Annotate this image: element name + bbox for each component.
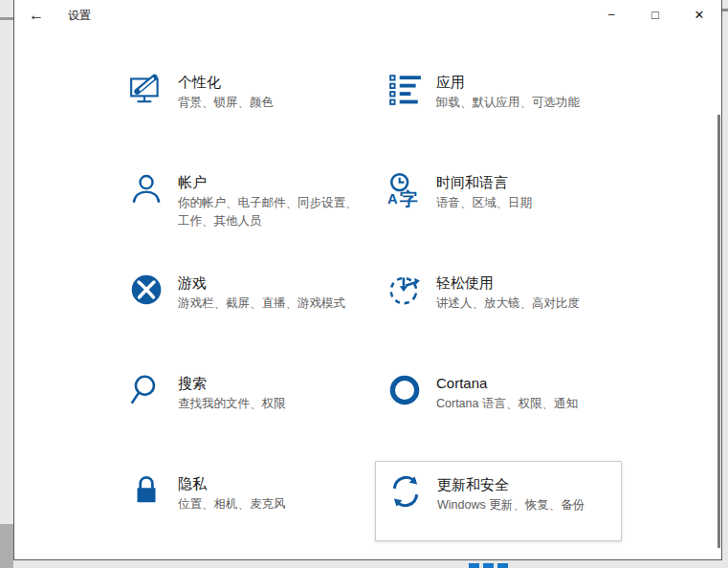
apps-list-icon bbox=[375, 59, 436, 140]
settings-tile-time-language[interactable]: A 字 时间和语言 语音、区域、日期 bbox=[375, 160, 622, 240]
person-icon bbox=[117, 160, 178, 240]
background-window-fragment bbox=[722, 9, 728, 11]
tile-subtitle: 游戏栏、截屏、直播、游戏模式 bbox=[178, 295, 364, 313]
tile-subtitle: 卸载、默认应用、可选功能 bbox=[436, 94, 622, 112]
settings-tile-apps[interactable]: 应用 卸载、默认应用、可选功能 bbox=[375, 59, 622, 140]
cortana-icon bbox=[375, 360, 436, 441]
xbox-icon bbox=[117, 260, 178, 340]
tile-title: 应用 bbox=[436, 73, 622, 92]
svg-text:字: 字 bbox=[400, 189, 418, 209]
tile-subtitle: 语音、区域、日期 bbox=[436, 194, 622, 212]
back-button[interactable]: ← bbox=[14, 1, 58, 30]
maximize-button[interactable]: □ bbox=[633, 0, 677, 29]
settings-tile-personalization[interactable]: 个性化 背景、锁屏、颜色 bbox=[117, 59, 364, 140]
settings-window: ← 设置 – □ ✕ bbox=[13, 0, 722, 560]
settings-tile-ease-of-access[interactable]: 轻松使用 讲述人、放大镜、高对比度 bbox=[375, 260, 622, 340]
titlebar: ← 设置 – □ ✕ bbox=[14, 0, 721, 31]
refresh-arrows-icon bbox=[376, 462, 437, 540]
tile-subtitle: Cortana 语言、权限、通知 bbox=[436, 395, 622, 413]
minimize-icon: – bbox=[608, 8, 615, 21]
back-arrow-icon: ← bbox=[29, 7, 44, 24]
minimize-button[interactable]: – bbox=[589, 0, 633, 29]
tile-title: 游戏 bbox=[178, 273, 364, 293]
personalization-icon bbox=[117, 59, 178, 140]
settings-tile-search[interactable]: 搜索 查找我的文件、权限 bbox=[117, 360, 364, 441]
tile-title: 个性化 bbox=[178, 73, 364, 92]
tile-subtitle: 背景、锁屏、颜色 bbox=[178, 94, 364, 112]
background-cutoff-text bbox=[469, 563, 521, 568]
close-icon: ✕ bbox=[695, 8, 705, 22]
window-title: 设置 bbox=[68, 8, 91, 24]
close-button[interactable]: ✕ bbox=[677, 0, 721, 29]
search-icon bbox=[117, 360, 178, 441]
tile-title: 更新和安全 bbox=[437, 475, 621, 494]
background-window-fragment bbox=[0, 524, 13, 568]
settings-tile-cortana[interactable]: Cortana Cortana 语言、权限、通知 bbox=[375, 360, 622, 441]
tile-title: 帐户 bbox=[178, 173, 364, 192]
window-controls: – □ ✕ bbox=[589, 0, 721, 29]
settings-tile-update-security[interactable]: 更新和安全 Windows 更新、恢复、备份 bbox=[375, 461, 622, 541]
svg-text:A: A bbox=[387, 191, 398, 207]
ease-of-access-icon bbox=[375, 260, 436, 340]
tile-subtitle: 查找我的文件、权限 bbox=[178, 395, 364, 413]
tile-title: 时间和语言 bbox=[436, 173, 622, 192]
tile-title: 搜索 bbox=[178, 374, 364, 393]
settings-tile-privacy[interactable]: 隐私 位置、相机、麦克风 bbox=[117, 461, 364, 541]
tile-subtitle: 位置、相机、麦克风 bbox=[178, 495, 364, 513]
maximize-icon: □ bbox=[651, 8, 659, 22]
lock-icon bbox=[117, 461, 178, 541]
tile-title: 隐私 bbox=[178, 474, 364, 493]
scrollbar[interactable] bbox=[717, 115, 720, 548]
tile-title: 轻松使用 bbox=[436, 273, 622, 293]
tile-subtitle: 你的帐户、电子邮件、同步设置、工作、其他人员 bbox=[178, 194, 364, 230]
settings-tile-gaming[interactable]: 游戏 游戏栏、截屏、直播、游戏模式 bbox=[117, 260, 364, 340]
tile-subtitle: 讲述人、放大镜、高对比度 bbox=[436, 295, 622, 313]
settings-tiles-grid: 个性化 背景、锁屏、颜色 bbox=[117, 59, 622, 541]
tile-title: Cortana bbox=[436, 374, 622, 393]
settings-tile-accounts[interactable]: 帐户 你的帐户、电子邮件、同步设置、工作、其他人员 bbox=[117, 160, 364, 240]
clock-language-icon: A 字 bbox=[375, 160, 436, 240]
tile-subtitle: Windows 更新、恢复、备份 bbox=[437, 496, 621, 514]
background-window-fragment bbox=[0, 17, 13, 20]
